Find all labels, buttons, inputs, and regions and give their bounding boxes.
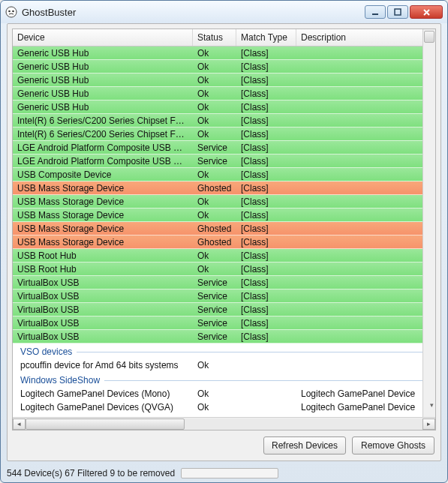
cell-status: Ok <box>193 46 236 59</box>
cell-desc <box>296 114 435 127</box>
cell-desc <box>296 316 435 329</box>
cell-match: [Class] <box>236 87 296 100</box>
cell-status: Ok <box>193 262 236 275</box>
svg-point-0 <box>6 7 17 17</box>
close-button[interactable] <box>410 5 443 19</box>
window-title: GhostBuster <box>22 7 365 18</box>
cell-desc <box>296 182 435 194</box>
vertical-scrollbar[interactable]: ▾ <box>422 29 435 417</box>
table-row[interactable]: USB Root HubOk[Class] <box>13 249 435 262</box>
app-icon <box>5 6 17 18</box>
cell-device: Generic USB Hub <box>13 46 193 59</box>
table-row[interactable]: VirtualBox USBService[Class] <box>13 303 435 316</box>
remove-button[interactable]: Remove Ghosts <box>352 436 434 454</box>
progress-bar <box>181 468 278 478</box>
cell-status: Ghosted <box>193 236 236 248</box>
table-row[interactable]: Generic USB HubOk[Class] <box>13 60 435 74</box>
col-match[interactable]: Match Type <box>236 29 296 46</box>
cell-device: VirtualBox USB <box>13 316 193 329</box>
cell-desc <box>296 290 435 302</box>
table-row[interactable]: VirtualBox USBService[Class] <box>13 276 435 290</box>
hscroll-track[interactable] <box>26 418 422 430</box>
cell-match: [Class] <box>236 74 296 86</box>
cell-match: [Class] <box>236 236 296 248</box>
cell-status: Service <box>193 276 236 289</box>
vscroll-thumb[interactable] <box>424 31 434 43</box>
cell-device: LGE Android Platform Composite USB Devic… <box>13 141 193 154</box>
device-list: Device Status Match Type Description Gen… <box>12 28 436 430</box>
group-title: VSO devices <box>20 346 72 357</box>
cell-device: USB Mass Storage Device <box>13 236 193 248</box>
cell-status: Ok <box>193 60 236 73</box>
group-divider <box>77 352 431 352</box>
col-device[interactable]: Device <box>13 29 193 46</box>
table-row[interactable]: Logitech GamePanel Devices (Mono)OkLogit… <box>13 387 435 400</box>
table-row[interactable]: LGE Android Platform Composite USB Devic… <box>13 141 435 154</box>
cell-desc <box>296 87 435 100</box>
table-row[interactable]: Generic USB HubOk[Class] <box>13 100 435 114</box>
cell-status: Ok <box>193 387 236 400</box>
cell-status: Ok <box>193 400 236 413</box>
table-row[interactable]: VirtualBox USBService[Class] <box>13 330 435 344</box>
cell-desc <box>296 208 435 221</box>
cell-status: Ok <box>193 208 236 221</box>
cell-match: [Class] <box>236 222 296 235</box>
table-row[interactable]: Logitech GamePanel Devices (QVGA)OkLogit… <box>13 400 435 414</box>
hscroll-right[interactable]: ▸ <box>422 418 435 430</box>
col-status[interactable]: Status <box>193 29 236 46</box>
table-row[interactable]: Intel(R) 6 Series/C200 Series Chipset Fa… <box>13 128 435 141</box>
table-row[interactable]: USB Mass Storage DeviceOk[Class] <box>13 208 435 222</box>
cell-desc <box>296 141 435 154</box>
table-row[interactable]: pcouffin device for Amd 64 bits systemsO… <box>13 358 435 372</box>
list-body[interactable]: Generic USB HubOk[Class]Generic USB HubO… <box>13 46 435 417</box>
cell-status: Ok <box>193 74 236 86</box>
cell-status: Ok <box>193 87 236 100</box>
table-row[interactable]: Generic USB HubOk[Class] <box>13 74 435 87</box>
cell-desc <box>296 168 435 181</box>
table-row[interactable]: LGE Android Platform Composite USB Devic… <box>13 154 435 168</box>
table-row[interactable]: Intel(R) 6 Series/C200 Series Chipset Fa… <box>13 114 435 128</box>
cell-device: Logitech GamePanel Devices (Mono) <box>13 387 193 400</box>
table-row[interactable]: USB Composite DeviceOk[Class] <box>13 168 435 182</box>
table-row[interactable]: VirtualBox USBService[Class] <box>13 316 435 330</box>
col-desc[interactable]: Description <box>296 29 435 46</box>
table-row[interactable]: VirtualBox USBService[Class] <box>13 290 435 303</box>
cell-desc: Logitech GamePanel Device <box>296 387 435 400</box>
table-row[interactable]: Generic USB HubOk[Class] <box>13 46 435 60</box>
maximize-button[interactable] <box>387 5 408 19</box>
titlebar[interactable]: GhostBuster <box>1 1 447 23</box>
table-row[interactable]: USB Mass Storage DeviceGhosted[Class] <box>13 222 435 236</box>
cell-desc <box>296 195 435 208</box>
hscroll-thumb[interactable] <box>26 418 185 430</box>
cell-desc <box>296 358 435 371</box>
cell-device: VirtualBox USB <box>13 290 193 302</box>
cell-device: Generic USB Hub <box>13 87 193 100</box>
hscroll-left[interactable]: ◂ <box>13 418 26 430</box>
table-row[interactable]: USB Root HubOk[Class] <box>13 262 435 276</box>
table-row[interactable]: USB Mass Storage DeviceOk[Class] <box>13 195 435 208</box>
chevron-down-icon: ▾ <box>430 401 434 409</box>
group-header[interactable]: VSO devices <box>13 344 435 358</box>
minimize-button[interactable] <box>365 5 386 19</box>
horizontal-scrollbar[interactable]: ◂ ▸ <box>13 417 435 430</box>
list-header: Device Status Match Type Description <box>13 29 435 46</box>
cell-device: pcouffin device for Amd 64 bits systems <box>13 358 193 371</box>
cell-device: Logitech GamePanel Devices (QVGA) <box>13 400 193 413</box>
cell-desc <box>296 276 435 289</box>
cell-status: Service <box>193 141 236 154</box>
svg-rect-4 <box>395 9 401 15</box>
group-header[interactable]: Windows SideShow <box>13 372 435 387</box>
cell-match: [Class] <box>236 128 296 140</box>
window-buttons <box>365 5 443 19</box>
cell-device: USB Root Hub <box>13 262 193 275</box>
cell-status: Ok <box>193 249 236 262</box>
cell-device: USB Root Hub <box>13 249 193 262</box>
refresh-button[interactable]: Refresh Devices <box>263 436 346 454</box>
cell-desc <box>296 330 435 343</box>
cell-device: USB Mass Storage Device <box>13 182 193 194</box>
table-row[interactable]: USB Mass Storage DeviceGhosted[Class] <box>13 182 435 195</box>
cell-desc: Logitech GamePanel Device <box>296 400 435 413</box>
table-row[interactable]: Generic USB HubOk[Class] <box>13 87 435 100</box>
table-row[interactable]: USB Mass Storage DeviceGhosted[Class] <box>13 236 435 249</box>
cell-match: [Class] <box>236 303 296 316</box>
